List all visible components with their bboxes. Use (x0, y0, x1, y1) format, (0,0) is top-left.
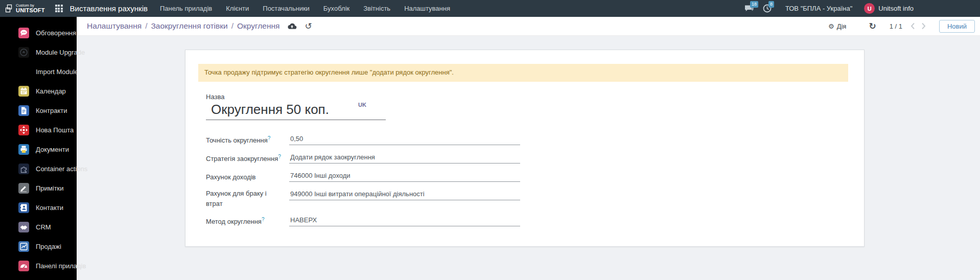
sidebar-label: CRM (36, 223, 51, 231)
translation-badge[interactable]: UK (358, 102, 366, 108)
menu-item-dashboard[interactable]: Панель приладів (160, 5, 212, 12)
sidebar-item-documents[interactable]: Документи (0, 139, 77, 159)
user-name: Unitsoft info (878, 5, 914, 12)
breadcrumb-cash-roundings[interactable]: Заокруглення готівки (151, 21, 227, 31)
sidebar-label: Панелі приладів (36, 262, 86, 270)
content-area: Точка продажу підтримує стратегію округл… (77, 36, 980, 280)
calendar-icon (18, 86, 29, 97)
activities-icon[interactable]: 8 (763, 4, 772, 13)
rounding-method-input[interactable]: НАВЕРХ (289, 215, 520, 226)
sidebar-item-module-upgrade[interactable]: Module Upgrade (0, 42, 77, 62)
sidebar-item-calendar[interactable]: Календар (0, 81, 77, 101)
apps-grid-icon[interactable] (55, 5, 63, 12)
blank-icon (18, 66, 29, 77)
field-row-profit-account: Рахунок доходів 746000 Інші доходи (206, 170, 864, 182)
sidebar-item-notes[interactable]: Примітки (0, 178, 77, 198)
title-group: Назва Округлення 50 коп. UK (206, 93, 864, 120)
sidebar-label: Контакти (36, 204, 63, 212)
upgrade-circle-icon (18, 47, 29, 58)
printer-icon (18, 144, 29, 155)
warning-banner: Точка продажу підтримує стратегію округл… (198, 64, 848, 82)
nova-poshta-icon (18, 125, 29, 135)
control-panel: Налаштування / Заокруглення готівки / Ок… (77, 17, 980, 36)
menu-item-vendors[interactable]: Постачальники (263, 5, 310, 12)
gauge-icon (18, 261, 29, 271)
form-sheet: Точка продажу підтримує стратегію округл… (185, 50, 865, 247)
profit-account-input[interactable]: 746000 Інші доходи (289, 170, 520, 182)
chevron-right-icon (921, 22, 926, 30)
loss-account-input[interactable]: 949000 Інші витрати операційної діяльнос… (289, 189, 520, 200)
sidebar-item-container-actions[interactable]: Container actions (0, 159, 77, 178)
rounding-strategy-input[interactable]: Додати рядок заокруглення (289, 152, 520, 164)
menu-item-settings[interactable]: Налаштування (404, 5, 450, 12)
menu-item-accounting[interactable]: Бухоблік (323, 5, 349, 12)
chevron-left-icon (911, 22, 915, 30)
sidebar-item-crm[interactable]: CRM (0, 217, 77, 237)
sidebar-item-nova-poshta[interactable]: Нова Пошта (0, 120, 77, 139)
field-label: Точність округлення (206, 136, 268, 144)
contract-icon (18, 105, 29, 116)
messages-badge: 18 (750, 1, 758, 8)
top-navbar: Custom by UNITSOFT Виставлення рахунків … (0, 0, 980, 17)
sales-chart-icon (18, 241, 29, 252)
handshake-icon (18, 222, 29, 232)
field-row-rounding-strategy: Стратегія заокруглення? Додати рядок зао… (206, 152, 864, 164)
new-record-button[interactable]: Новий (939, 20, 975, 33)
field-label: Рахунок доходів (206, 173, 256, 181)
sidebar-item-contacts[interactable]: Контакти (0, 198, 77, 217)
app-sidebar: Обговорення Module Upgrade Import Module… (0, 17, 77, 280)
main-menu: Панель приладів Клієнти Постачальники Бу… (160, 5, 450, 12)
field-label: Метод округлення (206, 218, 262, 226)
refresh-icon[interactable]: ↻ (869, 22, 876, 31)
avatar: U (864, 3, 875, 14)
sidebar-label: Нова Пошта (36, 126, 74, 134)
help-icon[interactable]: ? (268, 135, 271, 141)
logo-line2: UNITSOFT (16, 8, 45, 13)
systray: 18 8 ТОВ "БПЛА - Україна" U Unitsoft inf… (744, 3, 914, 14)
action-menu-button[interactable]: ⚙ Дія (828, 22, 846, 30)
field-row-rounding-precision: Точність округлення? 0,50 (206, 133, 864, 145)
rounding-precision-input[interactable]: 0,50 (289, 133, 520, 145)
cube-logo-icon (5, 4, 13, 13)
help-icon[interactable]: ? (262, 217, 265, 222)
chat-icon (18, 28, 29, 38)
sidebar-item-import-module[interactable]: Import Module (0, 62, 77, 81)
field-row-rounding-method: Метод округлення? НАВЕРХ (206, 215, 864, 226)
sidebar-label: Документи (36, 146, 69, 153)
field-label: Рахунок для браку і втрат (206, 190, 267, 207)
pager-previous-button[interactable] (911, 22, 915, 30)
field-label: Стратегія заокруглення (206, 155, 278, 162)
sidebar-item-dashboards[interactable]: Панелі приладів (0, 256, 77, 275)
menu-item-customers[interactable]: Клієнти (226, 5, 249, 12)
puzzle-icon (18, 164, 29, 174)
messages-icon[interactable]: 18 (744, 4, 754, 13)
sidebar-label: Module Upgrade (36, 49, 85, 56)
sidebar-label: Календар (36, 87, 66, 95)
name-input[interactable]: Округлення 50 коп. UK (206, 101, 386, 120)
address-book-icon (18, 202, 29, 213)
unitsoft-logo[interactable]: Custom by UNITSOFT (5, 4, 45, 13)
breadcrumb-settings[interactable]: Налаштування (87, 21, 142, 31)
menu-item-reporting[interactable]: Звітність (363, 5, 390, 12)
sidebar-item-contracts[interactable]: Контракти (0, 101, 77, 120)
undo-icon[interactable]: ↺ (305, 22, 312, 31)
sidebar-label: Import Module (36, 68, 78, 76)
sidebar-item-sales[interactable]: Продажі (0, 237, 77, 256)
help-icon[interactable]: ? (278, 154, 281, 159)
sidebar-item-discuss[interactable]: Обговорення (0, 23, 77, 42)
breadcrumb-current-record[interactable]: Округлення (237, 21, 280, 31)
activities-badge: 8 (768, 1, 774, 8)
pager-next-button[interactable] (921, 22, 926, 30)
sidebar-label: Примітки (36, 184, 64, 192)
action-menu-label: Дія (837, 22, 847, 30)
breadcrumb-separator: / (231, 21, 234, 31)
cloud-upload-icon[interactable] (287, 22, 297, 30)
control-panel-right: ⚙ Дія ↻ 1 / 1 Новий (828, 20, 975, 33)
sidebar-label: Container actions (36, 165, 87, 173)
pager-counter: 1 / 1 (890, 22, 902, 30)
name-value: Округлення 50 коп. (211, 102, 329, 117)
user-menu[interactable]: U Unitsoft info (864, 3, 914, 14)
company-switcher[interactable]: ТОВ "БПЛА - Україна" (785, 5, 852, 12)
sidebar-label: Продажі (36, 243, 61, 250)
current-app-title[interactable]: Виставлення рахунків (70, 4, 148, 13)
